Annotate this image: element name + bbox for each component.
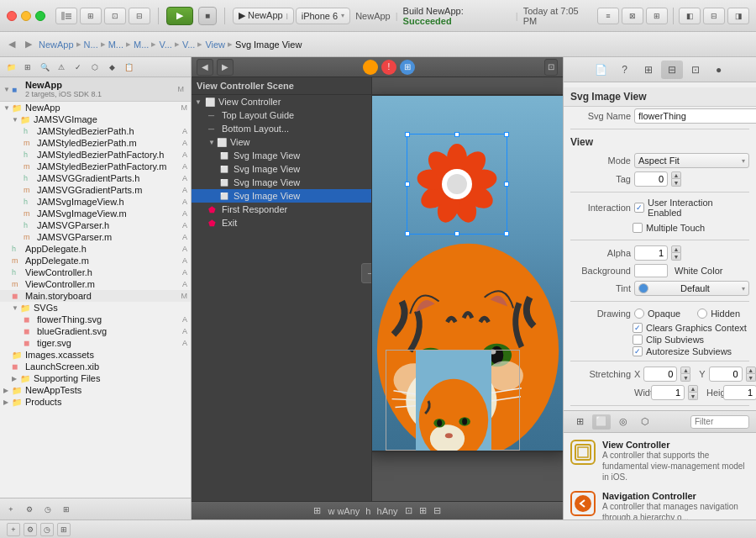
y-up[interactable]: ▲ (746, 367, 756, 374)
lib-btn-3[interactable]: ◎ (614, 414, 633, 430)
project-root[interactable]: ▼ ■ NewApp 2 targets, iOS SDK 8.1 M (0, 77, 191, 102)
file-imageview-h[interactable]: h JAMSvgImageView.h A (0, 196, 191, 208)
file-imageview-m[interactable]: m JAMSvgImageView.m A (0, 208, 191, 219)
supporting-disclosure[interactable]: ▶ (12, 375, 20, 382)
run-button[interactable]: ▶ (166, 7, 193, 25)
alpha-down[interactable]: ▼ (671, 253, 681, 261)
group-tests[interactable]: ▶ 📁 NewAppTests (0, 384, 191, 396)
group-svgs[interactable]: ▼ 📁 SVGs (0, 302, 191, 314)
y-down[interactable]: ▼ (746, 374, 756, 382)
scene-first-responder[interactable]: ⬟ First Responder (192, 203, 371, 216)
breadcrumb-m1[interactable]: M... (108, 40, 123, 50)
width-down[interactable]: ▼ (688, 393, 698, 400)
lib-btn-2[interactable]: ⬜ (592, 414, 611, 430)
svg-name-input[interactable] (634, 108, 756, 124)
file-gradient-m[interactable]: m JAMSVGGradientParts.m A (0, 184, 191, 196)
tint-select[interactable]: Default ▾ (634, 281, 749, 296)
handle-tl[interactable] (405, 132, 410, 137)
clears-graphics-checkbox[interactable] (633, 323, 643, 333)
breadcrumb-m2[interactable]: M... (134, 40, 149, 50)
nav-icon-folder[interactable]: 📁 (3, 61, 18, 74)
handle-br[interactable] (504, 231, 509, 236)
lib-item-nav[interactable]: Navigation Controller A controller that … (567, 488, 753, 520)
background-swatch[interactable] (634, 264, 668, 277)
group-supporting[interactable]: ▶ 📁 Supporting Files (0, 372, 191, 384)
navigator-panel[interactable]: ◧ (679, 8, 701, 24)
width-up[interactable]: ▲ (688, 385, 698, 393)
breadcrumb-svg-image-view[interactable]: Svg Image View (235, 40, 302, 50)
minimize-button[interactable] (21, 11, 31, 21)
file-launch[interactable]: ◼ LaunchScreen.xib (0, 361, 191, 372)
inspector-quick-help[interactable]: ? (614, 61, 636, 79)
file-bezier-h[interactable]: h JAMStyledBezierPath.h A (0, 125, 191, 137)
library-filter[interactable] (690, 415, 749, 429)
mode-select[interactable]: Aspect Fit ▾ (634, 153, 749, 168)
filter-btn[interactable]: ⚙ (22, 503, 37, 516)
file-tiger[interactable]: ◼ tiger.svg A (0, 337, 191, 349)
x-down[interactable]: ▼ (680, 374, 690, 382)
file-parser-h[interactable]: h JAMSVGParser.h A (0, 219, 191, 231)
scene-exit[interactable]: ⬟ Exit (192, 216, 371, 229)
tag-input[interactable] (634, 171, 668, 187)
jamsv-disclosure[interactable]: ▼ (12, 116, 20, 124)
recent-files-btn[interactable]: ◷ (40, 503, 55, 516)
layout-btn[interactable]: ⊞ (400, 60, 415, 75)
scene-svg4[interactable]: ⬜ Svg Image View (192, 189, 371, 203)
hidden-radio[interactable] (697, 309, 707, 319)
scene-svg3[interactable]: ⬜ Svg Image View (192, 176, 371, 189)
constraint-warning[interactable] (363, 60, 378, 75)
debug-toggle[interactable]: ⊡ (104, 8, 126, 24)
back-button[interactable]: ◀ (5, 38, 18, 51)
scene-svg1[interactable]: ⬜ Svg Image View (192, 149, 371, 162)
inspector-attributes[interactable]: ⊟ (661, 61, 683, 79)
breadcrumb-newapp[interactable]: NewApp (39, 40, 74, 50)
canvas-area[interactable] (372, 77, 563, 501)
tests-disclosure[interactable]: ▶ (3, 387, 12, 394)
nav-icon-report[interactable]: 📋 (121, 61, 136, 74)
breadcrumb-v2[interactable]: V... (182, 40, 196, 50)
grid-icon[interactable]: ⊞ (57, 523, 71, 536)
debug-panel[interactable]: ⊟ (703, 8, 725, 24)
lib-btn-4[interactable]: ⬡ (636, 414, 654, 430)
editor-standard[interactable]: ≡ (597, 8, 619, 24)
autoresize-checkbox[interactable] (633, 346, 643, 356)
history-btn[interactable]: ⊞ (59, 503, 74, 516)
file-viewcontroller-h[interactable]: h ViewController.h A (0, 266, 191, 278)
newapp-disclosure[interactable]: ▼ (3, 104, 12, 112)
ib-forward[interactable]: ▶ (217, 59, 234, 76)
width-input[interactable] (651, 385, 685, 400)
scene-viewcontroller[interactable]: ▼ ⬜ View Controller (192, 95, 371, 108)
recent-icon[interactable]: ◷ (40, 523, 54, 536)
file-flower[interactable]: ◼ flowerThing.svg A (0, 314, 191, 325)
view-disc[interactable]: ▼ (208, 139, 215, 146)
project-disclosure[interactable]: ▼ (3, 86, 12, 93)
size-indicator[interactable]: w wAny h hAny (328, 506, 397, 516)
height-input[interactable] (723, 385, 756, 400)
canvas-add-constraint[interactable]: ⊟ (433, 505, 441, 516)
scheme-selector[interactable]: ▶ NewApp | (233, 8, 294, 24)
file-appdelegate-m[interactable]: m AppDelegate.m A (0, 255, 191, 266)
file-viewcontroller-m[interactable]: m ViewController.m A (0, 278, 191, 290)
tag-stepper-down[interactable]: ▼ (671, 179, 681, 187)
zoom-fit[interactable]: ⊡ (544, 59, 558, 76)
products-disclosure[interactable]: ▶ (3, 398, 12, 406)
ib-back[interactable]: ◀ (197, 59, 213, 76)
clip-subviews-checkbox[interactable] (633, 335, 643, 345)
lib-btn-1[interactable]: ⊞ (570, 414, 589, 430)
breadcrumb-v1[interactable]: V... (159, 40, 172, 50)
tag-stepper-up[interactable]: ▲ (671, 171, 681, 179)
sidebar-toggle-left[interactable] (55, 8, 77, 24)
inspector-identity[interactable]: ⊞ (638, 61, 659, 79)
handle-bm[interactable] (454, 231, 459, 236)
canvas-constrain[interactable]: ⊞ (419, 505, 427, 516)
scene-view[interactable]: ▼ ⬜ View (192, 135, 371, 149)
handle-tm[interactable] (454, 132, 459, 137)
file-blue[interactable]: ◼ blueGradient.svg A (0, 325, 191, 337)
filter-icon[interactable]: ⚙ (24, 523, 37, 536)
multiple-touch-checkbox[interactable] (633, 223, 643, 233)
file-xcassets[interactable]: 📁 Images.xcassets (0, 349, 191, 361)
close-button[interactable] (7, 11, 17, 21)
scene-bottomlayout[interactable]: ─ Bottom Layout... (192, 122, 371, 135)
stop-button[interactable]: ■ (198, 7, 217, 25)
device-selector[interactable]: iPhone 6 ▾ (296, 8, 350, 24)
